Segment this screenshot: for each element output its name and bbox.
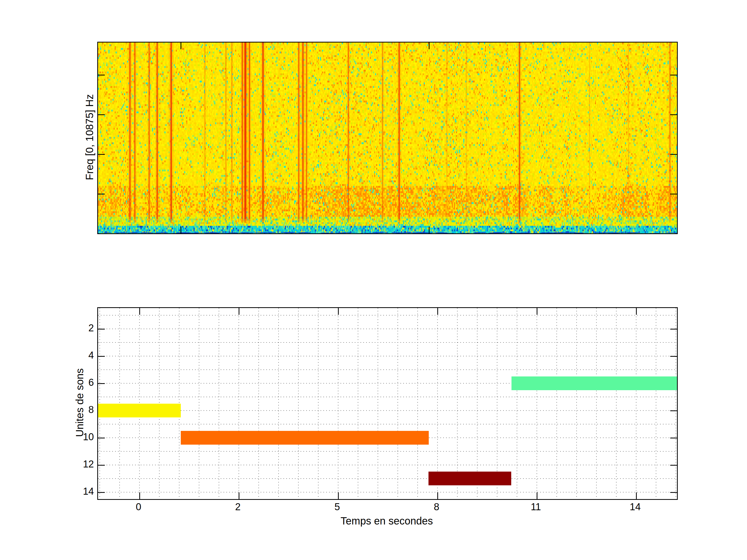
spectrogram-y-tick — [98, 75, 105, 76]
timeline-y-tick — [670, 492, 677, 493]
timeline-x-tick — [239, 492, 239, 499]
x-tick-label: 2 — [235, 501, 240, 512]
timeline-x-tick — [437, 492, 438, 499]
timeline-y-tick — [98, 437, 105, 438]
x-tick-label: 0 — [136, 501, 141, 512]
timeline-y-tick — [670, 356, 677, 357]
x-tick-label: 11 — [531, 501, 541, 512]
timeline-x-tick — [338, 308, 339, 315]
timeline-x-tick — [338, 492, 339, 499]
timeline-x-tick — [636, 492, 637, 499]
x-tick-label: 5 — [334, 501, 340, 512]
spectrogram-y-tick — [98, 154, 105, 155]
grid-lines — [98, 308, 677, 499]
spectrogram-y-axis-label: Freq [0, 10875] Hz — [84, 94, 96, 180]
timeline-x-tick — [139, 492, 140, 499]
x-tick-label: 14 — [630, 501, 641, 512]
timeline-x-tick — [537, 308, 537, 315]
timeline-y-tick — [670, 437, 677, 438]
spectrogram-x-tick — [181, 43, 181, 49]
timeline-x-tick — [139, 308, 140, 315]
segment-darkred — [429, 472, 511, 485]
spectrogram-y-tick — [670, 194, 677, 194]
timeline-x-tick — [636, 308, 637, 315]
timeline-plot — [97, 307, 678, 500]
segment-orange — [181, 431, 429, 445]
timeline-x-tick — [437, 308, 438, 315]
y-tick-label: 14 — [83, 486, 94, 497]
spectrogram-y-tick — [98, 194, 105, 194]
spectrogram-x-tick — [181, 226, 181, 233]
timeline-y-tick — [98, 383, 105, 384]
timeline-x-tick — [537, 492, 537, 499]
spectrogram-y-tick — [670, 154, 677, 155]
y-tick-label: 8 — [88, 404, 94, 415]
timeline-y-tick — [670, 465, 677, 465]
x-tick-label: 8 — [434, 501, 439, 512]
segment-green — [512, 376, 677, 390]
timeline-y-tick — [670, 410, 677, 411]
spectrogram-y-tick — [670, 114, 677, 115]
y-tick-label: 10 — [83, 431, 94, 443]
y-tick-label: 12 — [83, 459, 94, 470]
figure-window: { "spectrogram": { "ylabel": "Freq [0, 1… — [0, 0, 747, 560]
timeline-y-tick — [670, 329, 677, 329]
timeline-y-axis-label: Unites de sons — [74, 368, 85, 437]
spectrogram-image — [98, 43, 677, 233]
y-tick-label: 2 — [88, 322, 94, 334]
timeline-x-tick — [239, 308, 239, 315]
timeline-y-tick — [98, 465, 105, 465]
timeline-x-axis-label: Temps en secondes — [340, 515, 433, 527]
spectrogram-y-tick — [98, 114, 105, 115]
spectrogram-plot — [97, 42, 678, 234]
spectrogram-x-tick — [429, 43, 430, 49]
spectrogram-y-tick — [670, 75, 677, 76]
y-tick-label: 4 — [88, 350, 94, 361]
spectrogram-x-tick — [429, 226, 430, 233]
segment-yellow — [98, 404, 181, 418]
timeline-y-tick — [98, 329, 105, 329]
timeline-y-tick — [98, 492, 105, 493]
y-tick-label: 6 — [88, 377, 94, 388]
timeline-y-tick — [98, 356, 105, 357]
